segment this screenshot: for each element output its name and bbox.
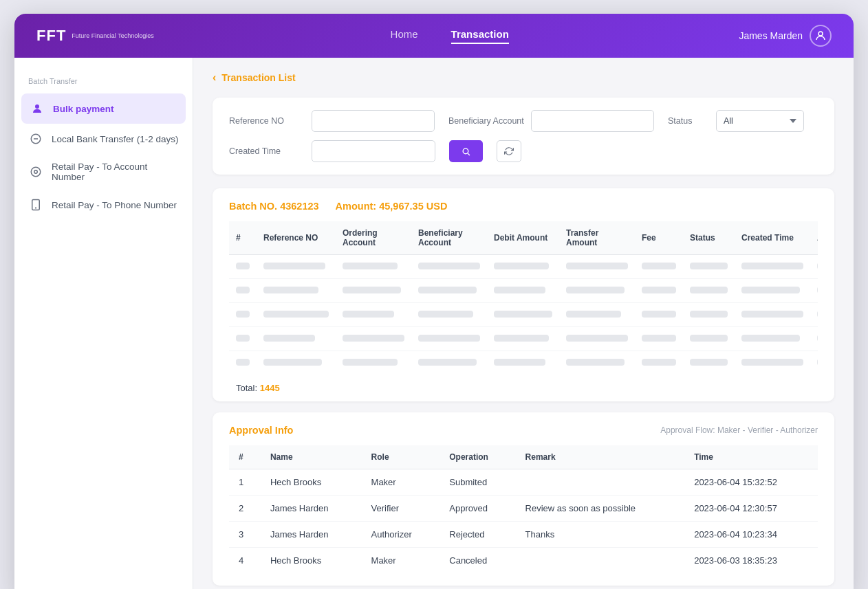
batch-no: Batch NO. 4362123 xyxy=(229,201,319,212)
main-nav: Home Transaction xyxy=(160,28,739,44)
skeleton xyxy=(690,287,728,293)
skeleton xyxy=(263,335,315,342)
status-label: Status xyxy=(668,116,702,126)
approval-row-1-name: Hech Brooks xyxy=(261,469,362,496)
approval-col-role: Role xyxy=(362,445,440,469)
table-row xyxy=(229,279,818,303)
beneficiary-account-input[interactable] xyxy=(531,110,654,132)
skeleton xyxy=(690,335,728,342)
table-row xyxy=(229,255,818,279)
skeleton xyxy=(418,263,480,269)
skeleton xyxy=(494,359,545,366)
skeleton xyxy=(817,359,818,366)
body-container: Batch Transfer Bulk payment Local Bank T… xyxy=(14,58,854,589)
skeleton xyxy=(343,335,404,342)
reference-no-label: Reference NO xyxy=(229,116,298,126)
skeleton xyxy=(566,263,628,269)
reference-no-input[interactable] xyxy=(312,110,435,132)
nav-home[interactable]: Home xyxy=(391,28,418,44)
approval-section: Approval Info Approval Flow: Maker - Ver… xyxy=(213,412,834,586)
nav-transaction[interactable]: Transaction xyxy=(451,28,509,44)
skeleton xyxy=(236,263,250,269)
sidebar-item-retail-phone-label: Retail Pay - To Phone Number xyxy=(52,200,177,210)
breadcrumb-arrow-icon: ‹ xyxy=(213,71,216,84)
svg-line-9 xyxy=(468,153,470,155)
skeleton xyxy=(343,287,401,293)
status-select[interactable]: All Pending Approved Rejected Canceled xyxy=(716,110,804,132)
sidebar-item-bulk-payment-label: Bulk payment xyxy=(53,104,114,114)
table-header: # Reference NO Ordering Account Benefici… xyxy=(229,221,818,255)
total-label: Total: xyxy=(236,383,257,393)
svg-point-4 xyxy=(31,167,41,177)
table-header-row: # Reference NO Ordering Account Benefici… xyxy=(229,221,818,255)
breadcrumb[interactable]: ‹ Transaction List xyxy=(213,71,834,84)
skeleton xyxy=(566,287,625,293)
skeleton xyxy=(418,311,473,318)
approval-row-2: 2 James Harden Verifier Approved Review … xyxy=(229,496,818,522)
search-button[interactable] xyxy=(449,140,483,162)
skeleton xyxy=(741,335,800,342)
approval-row-3-num: 3 xyxy=(229,522,261,548)
skeleton xyxy=(343,311,394,318)
approval-row-4-name: Hech Brooks xyxy=(261,548,362,574)
table-row xyxy=(229,351,818,375)
svg-point-8 xyxy=(463,148,468,154)
skeleton xyxy=(236,287,250,293)
created-time-label: Created Time xyxy=(229,146,298,156)
sidebar-item-local-bank[interactable]: Local Bank Transfer (1-2 days) xyxy=(14,124,193,154)
beneficiary-account-label: Beneficiary Account xyxy=(448,116,517,126)
skeleton xyxy=(343,359,398,366)
sidebar-item-retail-account[interactable]: Retail Pay - To Account Number xyxy=(14,154,193,190)
approval-col-operation: Operation xyxy=(440,445,515,469)
col-transfer: Transfer Amount xyxy=(559,221,635,255)
refresh-icon xyxy=(504,146,514,156)
approval-flow-text: Approval Flow: Maker - Verifier - Author… xyxy=(660,425,818,435)
bulk-payment-icon xyxy=(30,101,45,116)
skeleton xyxy=(343,263,398,269)
approval-row-2-num: 2 xyxy=(229,496,261,522)
approval-header-row: # Name Role Operation Remark Time xyxy=(229,445,818,469)
skeleton xyxy=(263,263,325,269)
approval-row-2-time: 2023-06-04 12:30:57 xyxy=(684,496,818,522)
skeleton xyxy=(741,359,803,366)
skeleton xyxy=(494,311,552,318)
table-body xyxy=(229,255,818,375)
col-ref: Reference NO xyxy=(257,221,336,255)
search-icon xyxy=(462,147,470,156)
col-debit: Debit Amount xyxy=(487,221,559,255)
transaction-table: # Reference NO Ordering Account Benefici… xyxy=(229,221,818,375)
total-count: 1445 xyxy=(260,383,280,393)
approval-col-num: # xyxy=(229,445,261,469)
sidebar-item-bulk-payment[interactable]: Bulk payment xyxy=(21,93,186,124)
local-bank-icon xyxy=(28,131,43,146)
svg-point-0 xyxy=(818,32,823,36)
skeleton xyxy=(418,359,477,366)
sidebar-item-retail-phone[interactable]: Retail Pay - To Phone Number xyxy=(14,190,193,220)
approval-table-header: # Name Role Operation Remark Time xyxy=(229,445,818,469)
skeleton xyxy=(817,311,818,318)
logo-fft-text: FFT xyxy=(36,27,66,45)
approval-row-4-operation: Canceled xyxy=(440,548,515,574)
sidebar-item-retail-account-label: Retail Pay - To Account Number xyxy=(52,162,179,182)
skeleton xyxy=(642,263,676,269)
batch-header: Batch NO. 4362123 Amount: 45,967.35 USD xyxy=(229,201,818,212)
skeleton xyxy=(236,335,250,342)
skeleton xyxy=(690,311,728,318)
skeleton xyxy=(494,263,549,269)
filter-row-1: Reference NO Beneficiary Account Status … xyxy=(229,110,818,132)
sidebar-section-label: Batch Transfer xyxy=(14,71,193,93)
approval-table-body: 1 Hech Brooks Maker Submited 2023-06-04 … xyxy=(229,469,818,574)
approval-row-3-name: James Harden xyxy=(261,522,362,548)
approval-row-2-role: Verifier xyxy=(362,496,440,522)
skeleton xyxy=(642,335,676,342)
user-avatar[interactable] xyxy=(810,25,832,47)
skeleton xyxy=(494,335,549,342)
created-time-input[interactable] xyxy=(312,140,435,162)
header: FFT Future Financial Technologies Home T… xyxy=(14,14,854,58)
retail-account-icon xyxy=(28,164,43,179)
batch-amount: Amount: 45,967.35 USD xyxy=(336,201,448,212)
skeleton xyxy=(566,359,625,366)
retail-phone-icon xyxy=(28,197,43,212)
refresh-button[interactable] xyxy=(497,140,521,162)
table-row xyxy=(229,327,818,351)
